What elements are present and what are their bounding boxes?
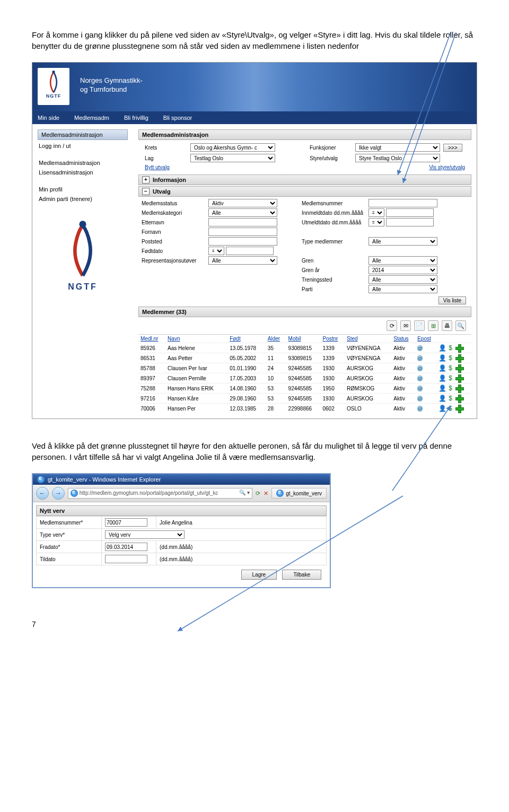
select-repr[interactable]: Alle <box>208 256 277 265</box>
back-icon[interactable]: ← <box>36 487 49 500</box>
link-vis-styre[interactable]: Vis styre/utvalg <box>429 164 465 170</box>
input-innmeldt[interactable] <box>386 208 434 217</box>
select-utmeldt-op[interactable]: = <box>368 218 384 226</box>
dlg-input-til[interactable] <box>105 555 147 563</box>
person-icon[interactable]: 👤 <box>440 375 446 382</box>
refresh-icon[interactable]: ⟳ <box>256 490 260 497</box>
select-funksjoner[interactable]: Ikke valgt <box>355 143 440 152</box>
person-icon[interactable]: 👤 <box>440 365 446 372</box>
add-role-plus-icon[interactable] <box>455 374 463 382</box>
col-alder[interactable]: Alder <box>266 335 286 343</box>
add-role-plus-icon[interactable] <box>455 344 463 352</box>
select-gren[interactable]: Alle <box>368 256 437 265</box>
select-medlemsstatus[interactable]: Aktiv <box>208 199 277 207</box>
cell-epost[interactable]: @ <box>415 353 437 363</box>
col-navn[interactable]: Navn <box>165 335 227 343</box>
doc-paragraph-2: Ved å klikke på det grønne plusstegnet t… <box>32 440 477 462</box>
col-sted[interactable]: Sted <box>345 335 391 343</box>
col-mobil[interactable]: Mobil <box>286 335 321 343</box>
btn-arrows[interactable]: >>> <box>443 144 462 152</box>
add-role-plus-icon[interactable] <box>455 395 463 402</box>
sidebar-medlemsadm[interactable]: Medlemsadministrasjon <box>38 158 128 168</box>
menu-medlemsadm[interactable]: Medlemsadm <box>74 115 109 121</box>
add-role-plus-icon[interactable] <box>455 405 463 412</box>
select-fodt-op[interactable]: = <box>208 247 224 255</box>
btn-tilbake[interactable]: Tilbake <box>282 570 321 580</box>
menu-bli-sponsor[interactable]: Bli sponsor <box>163 115 192 121</box>
input-utmeldt[interactable] <box>386 218 434 226</box>
cell-epost[interactable]: @ <box>415 383 437 394</box>
input-fornavn[interactable] <box>208 228 277 236</box>
select-treningssted[interactable]: Alle <box>368 275 437 284</box>
money-icon[interactable]: $ <box>447 385 454 392</box>
browser-tab[interactable]: gt_komite_verv <box>271 488 327 499</box>
money-icon[interactable]: $ <box>447 345 454 352</box>
refresh-icon[interactable]: ⟳ <box>387 320 397 331</box>
toggle-minus-icon[interactable]: − <box>142 188 150 195</box>
doc-icon[interactable]: 📄 <box>414 320 425 331</box>
money-icon[interactable]: $ <box>447 395 454 402</box>
col-epost[interactable]: Epost <box>415 335 437 343</box>
sidebar-logg-inn[interactable]: Logg inn / ut <box>38 141 128 151</box>
stop-icon[interactable]: ✕ <box>264 490 268 497</box>
link-bytt-utvalg[interactable]: Bytt utvalg <box>145 164 170 170</box>
money-icon[interactable]: $ <box>447 365 454 372</box>
select-krets[interactable]: Oslo og Akershus Gymn- c <box>190 143 275 152</box>
person-icon[interactable]: 👤 <box>440 385 446 392</box>
col-fodt[interactable]: Født <box>227 335 266 343</box>
cell-fodt: 12.03.1985 <box>227 404 266 414</box>
menu-bli-frivillig[interactable]: Bli frivillig <box>124 115 148 121</box>
select-gren-ar[interactable]: 2014 <box>368 266 437 274</box>
section-utvalg[interactable]: − Utvalg <box>138 186 471 197</box>
input-medlemsnummer[interactable] <box>368 199 437 207</box>
select-styre-utvalg[interactable]: Styre Testlag Oslo <box>355 154 440 162</box>
print-icon[interactable]: 🖶 <box>442 320 452 331</box>
btn-vis-liste[interactable]: Vis liste <box>438 296 466 304</box>
col-medlnr[interactable]: Medl.nr <box>138 335 165 343</box>
table-row: 70006Hansen Per12.03.198528229988660602O… <box>138 404 471 414</box>
money-icon[interactable]: $ <box>447 405 454 412</box>
mail-icon[interactable]: ✉ <box>400 320 411 331</box>
input-poststed[interactable] <box>208 237 277 246</box>
cell-epost[interactable]: @ <box>415 404 437 414</box>
person-icon[interactable]: 👤 <box>440 395 446 402</box>
person-icon[interactable]: 👤 <box>440 355 446 362</box>
cell-epost[interactable]: @ <box>415 343 437 353</box>
btn-lagre[interactable]: Lagre <box>241 570 277 580</box>
search-icon[interactable]: 🔍 <box>455 320 466 331</box>
col-status[interactable]: Status <box>391 335 415 343</box>
sidebar-admin-parti[interactable]: Admin parti (trenere) <box>38 194 128 204</box>
lbl-styre: Styre/utvalg <box>310 155 352 161</box>
excel-icon[interactable]: ⊞ <box>428 320 438 331</box>
cell-epost[interactable]: @ <box>415 394 437 404</box>
add-role-plus-icon[interactable] <box>455 364 463 372</box>
select-medlemskategori[interactable]: Alle <box>208 208 277 217</box>
menu-min-side[interactable]: Min side <box>38 115 59 121</box>
select-innmeldt-op[interactable]: = <box>368 208 384 217</box>
person-icon[interactable]: 👤 <box>440 405 446 412</box>
add-role-plus-icon[interactable] <box>455 354 463 362</box>
cell-epost[interactable]: @ <box>415 373 437 383</box>
forward-icon[interactable]: → <box>52 487 65 500</box>
select-lag[interactable]: Testlag Oslo <box>190 154 275 162</box>
toggle-plus-icon[interactable]: + <box>142 176 150 184</box>
col-postnr[interactable]: Postnr <box>320 335 345 343</box>
url-box[interactable]: http://medlem.gymogturn.no/portal/page/p… <box>68 488 252 499</box>
dlg-select-type[interactable]: Velg verv <box>105 530 185 539</box>
input-etternavn[interactable] <box>208 218 277 226</box>
money-icon[interactable]: $ <box>447 355 454 362</box>
banner-logo: NGTF <box>38 68 69 105</box>
dlg-input-medlnr[interactable] <box>105 518 147 527</box>
money-icon[interactable]: $ <box>447 375 454 382</box>
sidebar-lisensadm[interactable]: Lisensadministrasjon <box>38 168 128 177</box>
sidebar-min-profil[interactable]: Min profil <box>38 185 128 194</box>
cell-epost[interactable]: @ <box>415 363 437 373</box>
select-type[interactable]: Alle <box>368 237 437 246</box>
section-informasjon[interactable]: + Informasjon <box>138 174 471 185</box>
cell-navn: Aas Helene <box>165 343 227 353</box>
person-icon[interactable]: 👤 <box>440 345 446 352</box>
add-role-plus-icon[interactable] <box>455 385 463 392</box>
dlg-input-fra[interactable] <box>105 543 147 551</box>
input-fodtdato[interactable] <box>226 247 274 255</box>
select-parti[interactable]: Alle <box>368 285 437 293</box>
